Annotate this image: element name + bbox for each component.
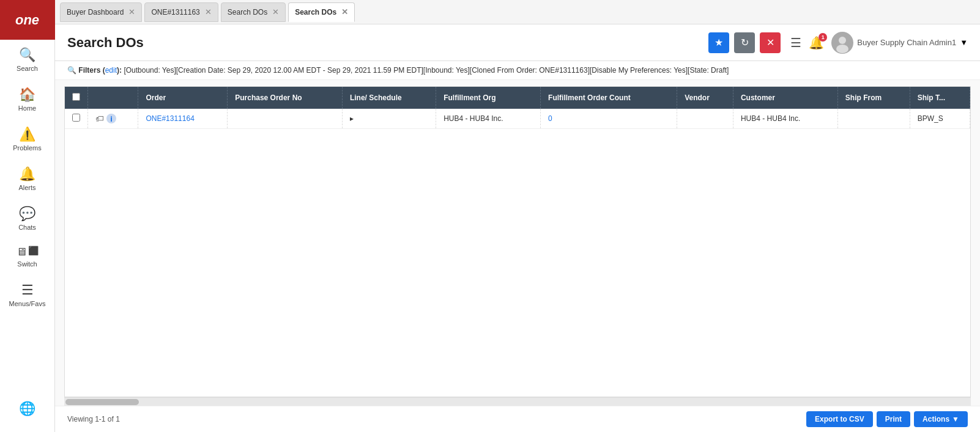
notification-bell-button[interactable]: 🔔 1 — [809, 35, 824, 50]
tab-label: ONE#1311163 — [151, 8, 199, 16]
filters-label-close: ): — [117, 66, 124, 75]
notification-badge: 1 — [819, 33, 827, 42]
user-profile-dropdown[interactable]: Buyer Supply Chain Admin1 ▼ — [831, 32, 968, 54]
tab-buyer-dashboard[interactable]: Buyer Dashboard ✕ — [60, 2, 142, 22]
page-title: Search DOs — [67, 35, 708, 51]
export-csv-button[interactable]: Export to CSV — [806, 411, 873, 427]
row-fulfillment-count-cell: 0 — [541, 109, 677, 129]
tab-label: Search DOs — [295, 8, 336, 16]
switch-icon: 🖥 — [16, 246, 27, 258]
row-ship-from-cell — [837, 109, 910, 129]
svg-point-1 — [839, 37, 846, 44]
sidebar-item-label: Menus/Favs — [9, 300, 46, 307]
bell-icon: 🔔 — [19, 166, 35, 182]
filter-bar: 🔍 Filters (edit): [Outbound: Yes][Creati… — [55, 61, 980, 80]
header-icons-col — [88, 87, 138, 109]
header-vendor: Vendor — [677, 87, 733, 109]
app-logo: one — [0, 0, 55, 40]
logo-text: one — [15, 12, 39, 28]
fulfillment-count-link[interactable]: 0 — [548, 114, 552, 123]
edit-filters-link[interactable]: edit — [105, 66, 117, 75]
sidebar-item-label: Chats — [18, 224, 36, 231]
row-po-cell — [228, 109, 343, 129]
warning-icon: ⚠️ — [19, 126, 35, 142]
user-name-label: Buyer Supply Chain Admin1 — [857, 38, 956, 47]
sidebar-item-problems[interactable]: ⚠️ Problems — [0, 119, 54, 159]
footer-buttons: Export to CSV Print Actions ▼ — [806, 411, 968, 427]
refresh-button[interactable]: ↻ — [734, 32, 755, 53]
dropdown-chevron-icon: ▼ — [960, 38, 968, 47]
header-ship-to: Ship T... — [910, 87, 970, 109]
globe-icon: 🌐 — [19, 401, 35, 417]
tag-icon[interactable]: 🏷 — [95, 114, 104, 123]
sidebar-bottom: 🌐 — [0, 394, 54, 432]
header-bar: Search DOs ★ ↻ ✕ ☰ 🔔 1 — [55, 24, 980, 61]
tab-one1311163[interactable]: ONE#1311163 ✕ — [144, 2, 218, 22]
sidebar-item-home[interactable]: 🏠 Home — [0, 79, 54, 119]
svg-point-2 — [836, 45, 848, 53]
filter-text: [Outbound: Yes][Creation Date: Sep 29, 2… — [124, 66, 729, 75]
chat-icon: 💬 — [19, 206, 35, 222]
tab-search-dos-1[interactable]: Search DOs ✕ — [221, 2, 286, 22]
sidebar-item-alerts[interactable]: 🔔 Alerts — [0, 159, 54, 199]
sidebar-item-label: Home — [18, 104, 36, 112]
row-checkbox-cell — [65, 109, 88, 129]
order-link[interactable]: ONE#1311164 — [146, 114, 194, 123]
menu-icon: ☰ — [21, 282, 34, 298]
tab-close-one1311163[interactable]: ✕ — [205, 8, 212, 16]
sidebar-item-label: Alerts — [18, 184, 35, 191]
header-fulfillment-order-count: Fulfillment Order Count — [541, 87, 677, 109]
main-content: Buyer Dashboard ✕ ONE#1311163 ✕ Search D… — [55, 0, 980, 432]
actions-dropdown-icon: ▼ — [952, 415, 959, 423]
sidebar-item-label: Switch — [17, 260, 37, 268]
data-table: Order Purchase Order No Line/ Schedule F… — [65, 87, 970, 129]
tab-label: Search DOs — [228, 8, 267, 16]
header-fulfillment-org: Fulfillment Org — [436, 87, 541, 109]
header-checkbox-col — [65, 87, 88, 109]
tab-bar: Buyer Dashboard ✕ ONE#1311163 ✕ Search D… — [55, 0, 980, 24]
info-icon[interactable]: i — [106, 114, 116, 123]
user-avatar — [831, 32, 853, 54]
row-vendor-cell — [677, 109, 733, 129]
row-checkbox[interactable] — [72, 114, 80, 122]
print-button[interactable]: Print — [877, 411, 910, 427]
sidebar-item-menus[interactable]: ☰ Menus/Favs — [0, 275, 54, 315]
tab-close-buyer-dashboard[interactable]: ✕ — [128, 8, 135, 16]
sidebar-item-search[interactable]: 🔍 Search — [0, 40, 54, 79]
row-ship-to-cell: BPW_S — [910, 109, 970, 129]
horizontal-scrollbar[interactable] — [64, 397, 971, 406]
sidebar-item-switch[interactable]: 🖥 ⬛ Switch — [0, 238, 54, 275]
viewing-count: Viewing 1-1 of 1 — [67, 415, 120, 423]
filter-search-icon: 🔍 — [67, 66, 76, 75]
tab-search-dos-2[interactable]: Search DOs ✕ — [288, 2, 355, 22]
row-customer-cell: HUB4 - HUB4 Inc. — [733, 109, 837, 129]
close-button[interactable]: ✕ — [760, 32, 781, 53]
sidebar-item-chats[interactable]: 💬 Chats — [0, 199, 54, 238]
tab-label: Buyer Dashboard — [67, 8, 124, 16]
tab-close-search-dos-1[interactable]: ✕ — [272, 8, 279, 16]
data-table-container: Order Purchase Order No Line/ Schedule F… — [64, 86, 971, 397]
row-line-schedule-cell: ▸ — [342, 109, 436, 129]
header-order: Order — [138, 87, 228, 109]
scroll-thumb[interactable] — [65, 399, 139, 405]
switch-icon2: ⬛ — [28, 246, 39, 258]
sidebar-item-label: Problems — [13, 144, 41, 152]
row-icons-cell: 🏷 i — [88, 109, 138, 129]
sidebar-item-globe[interactable]: 🌐 — [0, 394, 54, 426]
content-area: 🔍 Filters (edit): [Outbound: Yes][Creati… — [55, 61, 980, 432]
actions-label: Actions — [922, 415, 949, 423]
hamburger-menu-button[interactable]: ☰ — [790, 35, 801, 50]
footer: Viewing 1-1 of 1 Export to CSV Print Act… — [55, 406, 980, 432]
header-po-no: Purchase Order No — [228, 87, 343, 109]
tab-close-search-dos-2[interactable]: ✕ — [341, 8, 348, 16]
header-customer: Customer — [733, 87, 837, 109]
notification-area: ☰ 🔔 1 Buyer Supply Chain Admin1 ▼ — [790, 32, 968, 54]
sidebar: one 🔍 Search 🏠 Home ⚠️ Problems 🔔 Alerts… — [0, 0, 55, 432]
search-icon: 🔍 — [19, 47, 35, 63]
actions-button[interactable]: Actions ▼ — [914, 411, 968, 427]
header-line-schedule: Line/ Schedule — [342, 87, 436, 109]
favorite-button[interactable]: ★ — [708, 32, 729, 53]
row-order-cell: ONE#1311164 — [138, 109, 228, 129]
select-all-checkbox[interactable] — [72, 93, 80, 101]
sidebar-item-label: Search — [17, 65, 38, 72]
